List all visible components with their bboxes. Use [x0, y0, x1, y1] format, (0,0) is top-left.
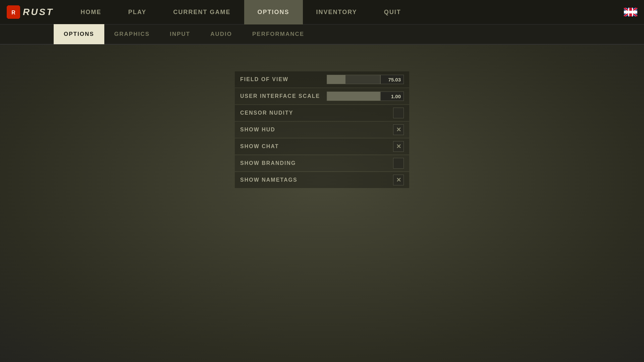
censor-label: CENSOR NUDITY: [240, 110, 393, 116]
nav-play[interactable]: PLAY: [115, 0, 160, 24]
nav-current-game[interactable]: CURRENT GAME: [160, 0, 244, 24]
fov-label: FIELD OF VIEW: [240, 76, 327, 82]
navbar: R RUST HOME PLAY CURRENT GAME OPTIONS IN…: [0, 0, 644, 24]
nav-inventory[interactable]: INVENTORY: [303, 0, 371, 24]
ui-scale-track[interactable]: [327, 92, 380, 101]
censor-control: [393, 108, 404, 118]
nav-quit[interactable]: QUIT: [371, 0, 415, 24]
option-row-chat: SHOW CHAT ✕: [235, 138, 409, 155]
chat-label: SHOW CHAT: [240, 143, 393, 149]
ui-scale-label: USER INTERFACE SCALE: [240, 93, 327, 99]
tab-input[interactable]: INPUT: [160, 24, 200, 44]
options-panel: FIELD OF VIEW 75.03 USER INTERFACE SCALE…: [235, 71, 409, 189]
option-row-hud: SHOW HUD ✕: [235, 122, 409, 138]
branding-label: SHOW BRANDING: [240, 160, 393, 166]
nametags-control: ✕: [393, 175, 404, 185]
hud-checkbox[interactable]: ✕: [393, 124, 404, 135]
flag-icon[interactable]: [624, 8, 637, 16]
hud-control: ✕: [393, 124, 404, 135]
censor-checkbox[interactable]: [393, 108, 404, 118]
nametags-label: SHOW NAMETAGS: [240, 177, 393, 183]
nav-items: HOME PLAY CURRENT GAME OPTIONS INVENTORY…: [67, 0, 624, 24]
fov-track[interactable]: [327, 75, 380, 84]
tab-options[interactable]: OPTIONS: [54, 24, 104, 44]
tab-performance[interactable]: PERFORMANCE: [242, 24, 314, 44]
branding-checkbox[interactable]: [393, 158, 404, 169]
hud-label: SHOW HUD: [240, 127, 393, 133]
tab-graphics[interactable]: GRAPHICS: [104, 24, 160, 44]
option-row-censor: CENSOR NUDITY: [235, 105, 409, 121]
svg-text:R: R: [11, 10, 15, 15]
option-row-branding: SHOW BRANDING: [235, 155, 409, 171]
logo[interactable]: R RUST: [7, 5, 54, 19]
option-row-ui-scale: USER INTERFACE SCALE 1.00: [235, 88, 409, 104]
chat-checkbox[interactable]: ✕: [393, 141, 404, 152]
ui-scale-slider[interactable]: 1.00: [327, 92, 404, 101]
branding-control: [393, 158, 404, 169]
ui-scale-value: 1.00: [380, 92, 404, 101]
fov-value: 75.03: [380, 75, 404, 84]
nametags-checkbox[interactable]: ✕: [393, 175, 404, 185]
logo-icon: R: [7, 5, 20, 19]
option-row-fov: FIELD OF VIEW 75.03: [235, 71, 409, 87]
nav-options[interactable]: OPTIONS: [244, 0, 303, 24]
fov-fill: [327, 75, 345, 84]
subtabs: OPTIONS GRAPHICS INPUT AUDIO PERFORMANCE: [0, 24, 644, 45]
fov-slider[interactable]: 75.03: [327, 75, 404, 84]
nav-home[interactable]: HOME: [67, 0, 115, 24]
tab-audio[interactable]: AUDIO: [200, 24, 242, 44]
logo-text: RUST: [23, 7, 54, 17]
ui-scale-fill: [327, 92, 380, 101]
chat-control: ✕: [393, 141, 404, 152]
option-row-nametags: SHOW NAMETAGS ✕: [235, 172, 409, 188]
main-content: FIELD OF VIEW 75.03 USER INTERFACE SCALE…: [0, 45, 644, 362]
